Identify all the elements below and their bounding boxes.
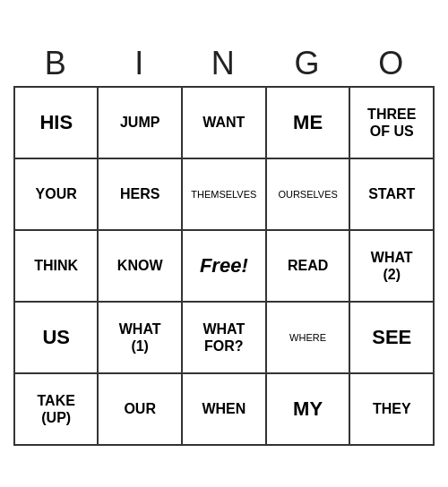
cell-r3-c3: WHERE	[266, 302, 350, 373]
cell-r0-c2: WANT	[182, 87, 266, 158]
header-letter-g: G	[266, 41, 350, 87]
cell-r1-c0: YOUR	[14, 158, 98, 230]
cell-r3-c0: US	[14, 302, 98, 373]
cell-r4-c4: THEY	[349, 373, 434, 445]
cell-r4-c3: MY	[266, 373, 350, 445]
bingo-header-row: BINGO	[14, 41, 434, 87]
cell-r3-c2: WHATFOR?	[182, 302, 266, 373]
cell-r1-c4: START	[349, 158, 434, 230]
cell-r2-c3: READ	[266, 230, 350, 302]
header-letter-n: N	[182, 41, 266, 87]
cell-r4-c1: OUR	[98, 373, 181, 445]
cell-r2-c2: Free!	[182, 230, 266, 302]
cell-r3-c4: SEE	[349, 302, 434, 373]
table-row: HISJUMPWANTMETHREEOF US	[14, 87, 434, 158]
cell-r4-c2: WHEN	[182, 373, 266, 445]
cell-r0-c0: HIS	[14, 87, 98, 158]
cell-r0-c4: THREEOF US	[349, 87, 434, 158]
cell-r2-c1: KNOW	[98, 230, 181, 302]
cell-r0-c3: ME	[266, 87, 350, 158]
cell-r1-c1: HERS	[98, 158, 181, 230]
table-row: USWHAT(1)WHATFOR?WHERESEE	[14, 302, 434, 373]
cell-r1-c2: THEMSELVES	[182, 158, 266, 230]
cell-r4-c0: TAKE(UP)	[14, 373, 98, 445]
cell-r1-c3: OURSELVES	[266, 158, 350, 230]
table-row: TAKE(UP)OURWHENMYTHEY	[14, 373, 434, 445]
cell-r2-c0: THINK	[14, 230, 98, 302]
cell-r3-c1: WHAT(1)	[98, 302, 181, 373]
table-row: THINKKNOWFree!READWHAT(2)	[14, 230, 434, 302]
header-letter-o: O	[349, 41, 434, 87]
header-letter-b: B	[14, 41, 98, 87]
cell-r2-c4: WHAT(2)	[349, 230, 434, 302]
header-letter-i: I	[98, 41, 181, 87]
bingo-card: BINGO HISJUMPWANTMETHREEOF USYOURHERSTHE…	[13, 41, 435, 446]
cell-r0-c1: JUMP	[98, 87, 181, 158]
table-row: YOURHERSTHEMSELVESOURSELVESSTART	[14, 158, 434, 230]
